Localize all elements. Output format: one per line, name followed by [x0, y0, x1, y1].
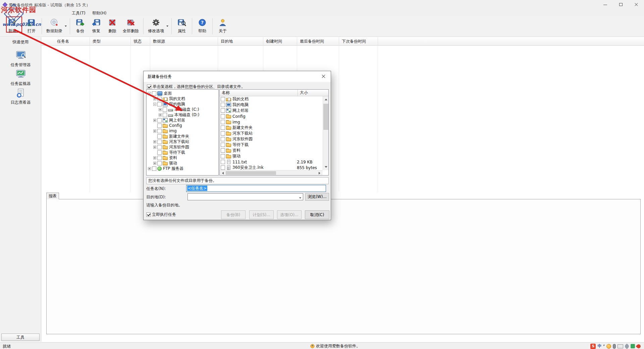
checkbox[interactable]	[157, 161, 162, 165]
checkbox[interactable]	[221, 160, 225, 164]
expand-icon[interactable]	[153, 140, 156, 143]
sidebar-item-log-viewer[interactable]: 日志查看器	[0, 88, 41, 105]
list-item[interactable]: 我的电脑	[220, 102, 323, 108]
destination-combobox[interactable]	[187, 193, 303, 200]
expand-icon[interactable]	[153, 146, 156, 149]
checkbox[interactable]	[221, 108, 225, 113]
emoji-panel-icon[interactable]	[606, 344, 611, 349]
tree-item[interactable]: 河东下载站	[147, 139, 218, 144]
list-item[interactable]: img	[220, 119, 323, 125]
list-item[interactable]: 网上邻居	[220, 108, 323, 113]
checkbox[interactable]	[157, 145, 162, 149]
scrollbar-thumb[interactable]	[323, 104, 328, 130]
checkbox[interactable]	[221, 126, 225, 130]
minimize-button[interactable]	[598, 0, 613, 9]
scroll-left-button[interactable]	[220, 170, 225, 176]
options-button[interactable]: 选项(O)...	[277, 210, 302, 219]
column-header-type[interactable]: 类型	[90, 37, 131, 46]
horizontal-scrollbar[interactable]	[220, 170, 323, 175]
task-name-input[interactable]: <任务名>	[186, 185, 326, 192]
tree-item[interactable]: FTP 服务器	[147, 166, 218, 171]
toolbar-backup-button[interactable]: 备份	[72, 17, 88, 35]
microphone-icon[interactable]	[613, 344, 616, 349]
tree-item[interactable]: 网上邻居	[147, 117, 218, 123]
vertical-scrollbar[interactable]	[323, 96, 328, 170]
tree-item[interactable]: 本地磁盘 (C:)	[147, 107, 218, 112]
scroll-right-button[interactable]	[317, 170, 323, 176]
toolbar-new-button[interactable]: 新建	[4, 17, 20, 35]
soft-keyboard-icon[interactable]	[618, 344, 623, 348]
close-button[interactable]	[629, 0, 644, 9]
tree-item[interactable]: 驱动	[147, 160, 218, 166]
tree-item[interactable]: 等待下载	[147, 150, 218, 155]
browse-button[interactable]: 浏览(W)...	[305, 193, 329, 201]
punctuation-mode-icon[interactable]: ’	[603, 344, 605, 349]
checkbox[interactable]	[157, 97, 162, 101]
scroll-down-button[interactable]	[323, 164, 329, 170]
toolbar-burn-button[interactable]: 数据刻录	[44, 17, 65, 35]
checkbox[interactable]	[221, 165, 225, 170]
instruction-checkbox[interactable]	[147, 85, 151, 89]
list-item[interactable]: 河东下载站	[220, 131, 323, 136]
checkbox[interactable]	[152, 166, 156, 171]
list-column-name[interactable]: 名称	[220, 90, 298, 96]
collapse-icon[interactable]	[153, 103, 156, 106]
list-item[interactable]: 河东软件园	[220, 136, 323, 142]
scroll-up-button[interactable]	[323, 96, 329, 102]
burn-dropdown-arrow[interactable]	[63, 17, 68, 35]
tree-item[interactable]: 我的文档	[147, 96, 218, 101]
collapse-icon[interactable]	[148, 92, 151, 95]
tree-item[interactable]: 河东软件园	[147, 144, 218, 150]
toolbar-delete-button[interactable]: 删除	[104, 17, 120, 35]
options-dropdown-arrow[interactable]	[165, 17, 169, 35]
language-mode-icon[interactable]: 中	[597, 343, 601, 349]
tray-pin-icon[interactable]	[636, 343, 642, 349]
tree-item[interactable]: img	[147, 128, 218, 134]
tree-item[interactable]: 新建文件夹	[147, 134, 218, 139]
checkbox[interactable]	[157, 102, 162, 106]
list-item[interactable]: 111.txt2.19 KB	[220, 159, 323, 165]
toolbar-properties-button[interactable]: 属性	[174, 17, 190, 35]
expand-icon[interactable]	[153, 156, 156, 159]
expand-icon[interactable]	[153, 97, 156, 100]
toolbar-help-button[interactable]: ? 帮助	[194, 17, 210, 35]
menu-help[interactable]: 帮助(H)	[90, 10, 109, 16]
expand-icon[interactable]	[153, 162, 156, 165]
maximize-button[interactable]	[613, 0, 629, 9]
list-item[interactable]: 360安全卫士.lnk855 bytes	[220, 165, 323, 170]
toolbox-icon[interactable]	[624, 343, 630, 349]
checkbox[interactable]	[221, 114, 225, 118]
expand-icon[interactable]	[159, 113, 162, 116]
backup-button[interactable]: 备份(B)	[221, 210, 246, 219]
dialog-close-button[interactable]	[316, 71, 331, 82]
run-now-checkbox[interactable]	[146, 212, 151, 217]
cancel-button[interactable]: 取消(C)	[305, 210, 329, 219]
list-item[interactable]: Config	[220, 113, 323, 119]
tree-item[interactable]: 资料	[147, 155, 218, 160]
sidebar-item-task-manager[interactable]: 任务管理器	[0, 51, 41, 68]
column-header-source[interactable]: 数据源	[150, 37, 218, 46]
checkbox[interactable]	[221, 103, 225, 107]
list-item[interactable]: 我的文档	[220, 96, 323, 102]
checkbox[interactable]	[221, 154, 225, 158]
column-header-next-backup[interactable]: 下次备份时间	[339, 37, 378, 46]
report-tab[interactable]: 报表	[46, 193, 59, 199]
toolbar-restore-button[interactable]: 恢复	[88, 17, 104, 35]
sidebar-tools-button[interactable]: 工具	[1, 334, 40, 341]
checkbox[interactable]	[157, 134, 162, 139]
tree-item[interactable]: 我的电脑	[147, 101, 218, 107]
list-item[interactable]: 资料	[220, 148, 323, 153]
checkbox[interactable]	[221, 143, 225, 147]
scrollbar-thumb[interactable]	[226, 171, 276, 175]
toolbar-about-button[interactable]: 关于	[215, 17, 231, 35]
list-column-size[interactable]: 大小	[298, 90, 328, 96]
toolbar-open-button[interactable]: 打开	[23, 17, 40, 35]
checkbox[interactable]	[157, 123, 162, 128]
checkbox[interactable]	[221, 148, 225, 153]
expand-icon[interactable]	[153, 119, 156, 122]
checkbox[interactable]	[157, 140, 162, 144]
tree-item[interactable]: 桌面	[147, 91, 218, 96]
checkbox[interactable]	[221, 137, 225, 141]
tree-item[interactable]: 本地磁盘 (D:)	[147, 112, 218, 117]
sidebar-item-task-monitor[interactable]: 任务监视器	[0, 69, 41, 87]
